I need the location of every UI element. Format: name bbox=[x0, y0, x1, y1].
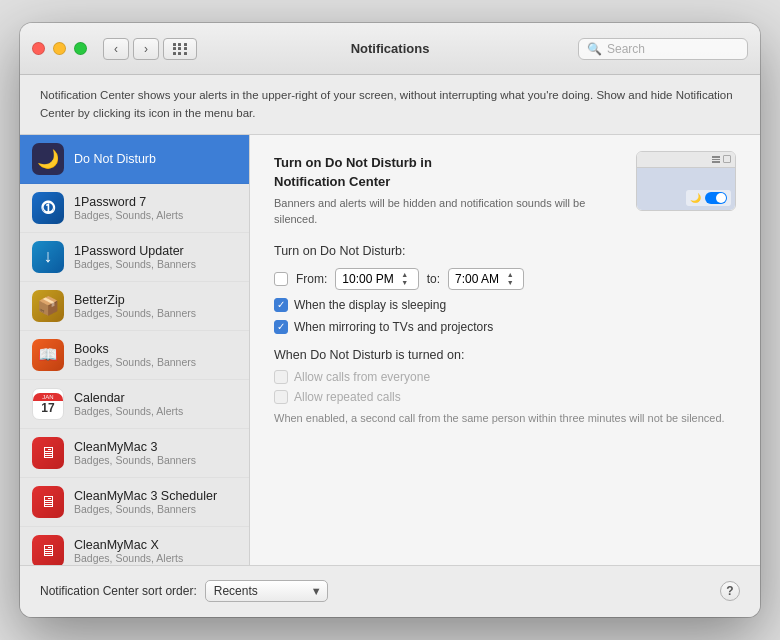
preview-toggle bbox=[705, 192, 727, 204]
sleep-checkbox-label: When the display is sleeping bbox=[294, 298, 446, 312]
from-time-value: 10:00 PM bbox=[342, 272, 393, 286]
dnd-options: From: 10:00 PM ▲ ▼ to: 7:00 AM ▲ ▼ bbox=[274, 268, 736, 334]
traffic-lights bbox=[32, 42, 87, 55]
cleanmymac3-scheduler-sub: Badges, Sounds, Banners bbox=[74, 503, 217, 515]
help-button[interactable]: ? bbox=[720, 581, 740, 601]
forward-button[interactable]: › bbox=[133, 38, 159, 60]
description-bar: Notification Center shows your alerts in… bbox=[20, 75, 760, 135]
cleanmymac3-icon: 🖥 bbox=[32, 437, 64, 469]
from-label: From: bbox=[296, 272, 327, 286]
allow-calls-row: Allow calls from everyone bbox=[274, 370, 736, 384]
sidebar-item-1password[interactable]: ⓵ 1Password 7 Badges, Sounds, Alerts bbox=[20, 184, 249, 233]
preview-moon-icon: 🌙 bbox=[690, 193, 701, 203]
to-time-stepper[interactable]: ▲ ▼ bbox=[503, 271, 517, 287]
calendar-name: Calendar bbox=[74, 391, 183, 405]
mirror-checkbox[interactable]: ✓ bbox=[274, 320, 288, 334]
close-button[interactable] bbox=[32, 42, 45, 55]
1password-item-text: 1Password 7 Badges, Sounds, Alerts bbox=[74, 195, 183, 221]
dnd-icon: 🌙 bbox=[32, 143, 64, 175]
calendar-icon: JAN 17 bbox=[32, 388, 64, 420]
sleep-checkbox[interactable]: ✓ bbox=[274, 298, 288, 312]
allow-repeated-label: Allow repeated calls bbox=[294, 390, 401, 404]
sidebar-item-dnd[interactable]: 🌙 Do Not Disturb bbox=[20, 135, 249, 184]
1password-icon: ⓵ bbox=[32, 192, 64, 224]
repeated-calls-desc: When enabled, a second call from the sam… bbox=[274, 410, 736, 427]
description-text: Notification Center shows your alerts in… bbox=[40, 87, 740, 122]
books-sub: Badges, Sounds, Banners bbox=[74, 356, 196, 368]
preview-body: 🌙 bbox=[637, 168, 735, 210]
allow-calls-checkbox[interactable] bbox=[274, 370, 288, 384]
preview-topbar bbox=[637, 152, 735, 168]
betterzip-name: BetterZip bbox=[74, 293, 196, 307]
preview-lines-icon bbox=[712, 156, 720, 163]
back-button[interactable]: ‹ bbox=[103, 38, 129, 60]
when-label: When Do Not Disturb is turned on: bbox=[274, 348, 736, 362]
main-content: 🌙 Do Not Disturb ⓵ 1Password 7 Badges, S… bbox=[20, 135, 760, 565]
1password-updater-name: 1Password Updater bbox=[74, 244, 196, 258]
betterzip-icon: 📦 bbox=[32, 290, 64, 322]
from-time-field[interactable]: 10:00 PM ▲ ▼ bbox=[335, 268, 418, 290]
cleanmymac-x-sub: Badges, Sounds, Alerts bbox=[74, 552, 183, 564]
cleanmymac3-scheduler-name: CleanMyMac 3 Scheduler bbox=[74, 489, 217, 503]
books-name: Books bbox=[74, 342, 196, 356]
from-time-down[interactable]: ▼ bbox=[398, 279, 412, 287]
cleanmymac-x-name: CleanMyMac X bbox=[74, 538, 183, 552]
betterzip-sub: Badges, Sounds, Banners bbox=[74, 307, 196, 319]
allow-repeated-checkbox[interactable] bbox=[274, 390, 288, 404]
minimize-button[interactable] bbox=[53, 42, 66, 55]
search-input[interactable] bbox=[607, 42, 739, 56]
time-row: From: 10:00 PM ▲ ▼ to: 7:00 AM ▲ ▼ bbox=[274, 268, 736, 290]
dnd-item-text: Do Not Disturb bbox=[74, 152, 156, 166]
calendar-text: Calendar Badges, Sounds, Alerts bbox=[74, 391, 183, 417]
books-text: Books Badges, Sounds, Banners bbox=[74, 342, 196, 368]
sidebar-item-betterzip[interactable]: 📦 BetterZip Badges, Sounds, Banners bbox=[20, 282, 249, 331]
sidebar-item-calendar[interactable]: JAN 17 Calendar Badges, Sounds, Alerts bbox=[20, 380, 249, 429]
1password-updater-text: 1Password Updater Badges, Sounds, Banner… bbox=[74, 244, 196, 270]
cleanmymac3-scheduler-text: CleanMyMac 3 Scheduler Badges, Sounds, B… bbox=[74, 489, 217, 515]
to-label: to: bbox=[427, 272, 440, 286]
cleanmymac3-scheduler-icon: 🖥 bbox=[32, 486, 64, 518]
cleanmymac-x-icon: 🖥 bbox=[32, 535, 64, 565]
maximize-button[interactable] bbox=[74, 42, 87, 55]
betterzip-text: BetterZip Badges, Sounds, Banners bbox=[74, 293, 196, 319]
sleep-checkbox-row: ✓ When the display is sleeping bbox=[274, 298, 736, 312]
sort-select[interactable]: Recents Recents by App Manually by App bbox=[205, 580, 328, 602]
time-enable-checkbox[interactable] bbox=[274, 272, 288, 286]
grid-view-button[interactable] bbox=[163, 38, 197, 60]
titlebar: ‹ › Notifications 🔍 bbox=[20, 23, 760, 75]
cleanmymac3-text: CleanMyMac 3 Badges, Sounds, Banners bbox=[74, 440, 196, 466]
1password-updater-icon: ↓ bbox=[32, 241, 64, 273]
1password-item-name: 1Password 7 bbox=[74, 195, 183, 209]
sidebar-item-1password-updater[interactable]: ↓ 1Password Updater Badges, Sounds, Bann… bbox=[20, 233, 249, 282]
preview-toggle-area: 🌙 bbox=[686, 190, 731, 206]
to-time-value: 7:00 AM bbox=[455, 272, 499, 286]
calendar-sub: Badges, Sounds, Alerts bbox=[74, 405, 183, 417]
footer: Notification Center sort order: Recents … bbox=[20, 565, 760, 617]
mirror-checkbox-label: When mirroring to TVs and projectors bbox=[294, 320, 493, 334]
mirror-checkbox-row: ✓ When mirroring to TVs and projectors bbox=[274, 320, 736, 334]
search-icon: 🔍 bbox=[587, 42, 602, 56]
sort-select-wrapper: Recents Recents by App Manually by App ▼ bbox=[205, 580, 328, 602]
allow-repeated-row: Allow repeated calls bbox=[274, 390, 736, 404]
sidebar-item-cleanmymac3[interactable]: 🖥 CleanMyMac 3 Badges, Sounds, Banners bbox=[20, 429, 249, 478]
dnd-section-label: Turn on Do Not Disturb: bbox=[274, 244, 736, 258]
to-time-down[interactable]: ▼ bbox=[503, 279, 517, 287]
when-section: When Do Not Disturb is turned on: Allow … bbox=[274, 348, 736, 427]
sidebar-item-books[interactable]: 📖 Books Badges, Sounds, Banners bbox=[20, 331, 249, 380]
from-time-up[interactable]: ▲ bbox=[398, 271, 412, 279]
sidebar-item-cleanmymac3-scheduler[interactable]: 🖥 CleanMyMac 3 Scheduler Badges, Sounds,… bbox=[20, 478, 249, 527]
dnd-item-name: Do Not Disturb bbox=[74, 152, 156, 166]
panel-preview: 🌙 bbox=[636, 151, 736, 211]
right-panel: 🌙 Turn on Do Not Disturb in Notification… bbox=[250, 135, 760, 565]
to-time-up[interactable]: ▲ bbox=[503, 271, 517, 279]
sidebar: 🌙 Do Not Disturb ⓵ 1Password 7 Badges, S… bbox=[20, 135, 250, 565]
search-box: 🔍 bbox=[578, 38, 748, 60]
allow-calls-label: Allow calls from everyone bbox=[294, 370, 430, 384]
cleanmymac-x-text: CleanMyMac X Badges, Sounds, Alerts bbox=[74, 538, 183, 564]
1password-item-sub: Badges, Sounds, Alerts bbox=[74, 209, 183, 221]
from-time-stepper[interactable]: ▲ ▼ bbox=[398, 271, 412, 287]
to-time-field[interactable]: 7:00 AM ▲ ▼ bbox=[448, 268, 524, 290]
cleanmymac3-sub: Badges, Sounds, Banners bbox=[74, 454, 196, 466]
sort-label: Notification Center sort order: bbox=[40, 584, 197, 598]
sidebar-item-cleanmymac-x[interactable]: 🖥 CleanMyMac X Badges, Sounds, Alerts bbox=[20, 527, 249, 565]
